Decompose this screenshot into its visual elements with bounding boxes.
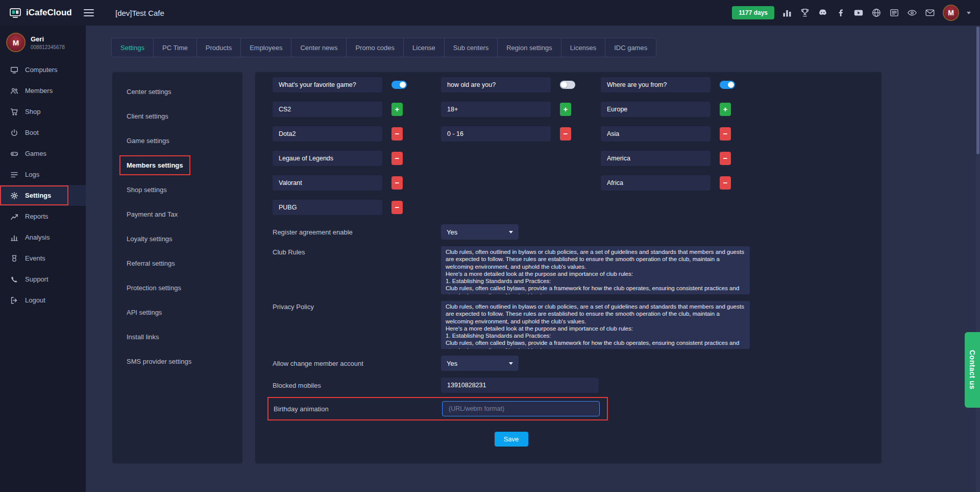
remove-option-button[interactable]: −: [391, 152, 403, 165]
tab-licenses[interactable]: Licenses: [561, 38, 605, 57]
menu-item-install-links[interactable]: Install links: [112, 324, 242, 349]
sidebar-item-reports[interactable]: Reports: [0, 206, 86, 227]
sidebar-item-shop[interactable]: Shop: [0, 101, 86, 122]
question-input[interactable]: [441, 77, 551, 92]
field-label: Allow change member account: [273, 360, 441, 367]
menu-item-shop-settings[interactable]: Shop settings: [112, 177, 242, 202]
mail-icon[interactable]: [925, 8, 935, 18]
option-input[interactable]: [273, 102, 382, 117]
tab-settings[interactable]: Settings: [111, 38, 154, 57]
menu-item-center-settings[interactable]: Center settings: [112, 79, 242, 104]
save-wrap: Save: [273, 432, 750, 447]
option-input[interactable]: [601, 175, 710, 191]
chevron-down-icon[interactable]: [967, 12, 971, 14]
sidebar-item-members[interactable]: Members: [0, 80, 86, 101]
tab-license[interactable]: License: [403, 38, 445, 57]
question-input[interactable]: [273, 77, 382, 92]
user-avatar[interactable]: M: [943, 5, 959, 21]
option-input[interactable]: [273, 126, 382, 142]
option-input[interactable]: [601, 102, 710, 117]
option-input[interactable]: [601, 151, 710, 166]
sidebar-item-games[interactable]: Games: [0, 143, 86, 164]
blocked-mobiles-input[interactable]: [441, 378, 599, 393]
sidebar-item-support[interactable]: Support: [0, 269, 86, 290]
sidebar-item-boot[interactable]: Boot: [0, 122, 86, 143]
globe-icon[interactable]: [871, 8, 881, 18]
menu-item-game-settings[interactable]: Game settings: [112, 128, 242, 153]
question-toggle[interactable]: [720, 81, 735, 89]
club-rules-textarea[interactable]: Club rules, often outlined in bylaws or …: [441, 246, 750, 294]
menu-item-client-settings[interactable]: Client settings: [112, 104, 242, 128]
user-block[interactable]: M Geri 008812345678: [0, 26, 86, 59]
scrollbar-thumb[interactable]: [976, 27, 979, 154]
sidebar-item-computers[interactable]: Computers: [0, 59, 86, 80]
menu-item-payment-and-tax[interactable]: Payment and Tax: [112, 202, 242, 226]
menu-item-protection-settings[interactable]: Protection settings: [112, 275, 242, 300]
tab-sub-centers[interactable]: Sub centers: [444, 38, 498, 57]
remove-option-button[interactable]: −: [560, 127, 571, 140]
sidebar: M Geri 008812345678 Computers Members Sh…: [0, 26, 86, 492]
add-option-button[interactable]: +: [720, 103, 731, 116]
save-button[interactable]: Save: [495, 432, 528, 447]
remove-option-button[interactable]: −: [391, 127, 403, 140]
option-input[interactable]: [273, 151, 382, 166]
tab-center-news[interactable]: Center news: [291, 38, 347, 57]
sidebar-item-logs[interactable]: Logs: [0, 164, 86, 185]
tab-region-settings[interactable]: Region settings: [497, 38, 561, 57]
privacy-policy-textarea[interactable]: Club rules, often outlined in bylaws or …: [441, 301, 750, 349]
sidebar-item-analysis[interactable]: Analysis: [0, 227, 86, 248]
tab-promo-codes[interactable]: Promo codes: [346, 38, 404, 57]
sidebar-item-settings[interactable]: Settings: [0, 185, 86, 206]
birthday-animation-input[interactable]: [442, 401, 600, 416]
remove-option-button[interactable]: −: [720, 176, 731, 190]
questions-grid: + − − − −: [273, 77, 881, 224]
menu-item-loyalty-settings[interactable]: Loyalty settings: [112, 226, 242, 251]
sidebar-item-logout[interactable]: Logout: [0, 290, 86, 311]
youtube-icon[interactable]: [853, 8, 864, 18]
hamburger-menu-icon[interactable]: [84, 9, 94, 16]
contact-us-button[interactable]: Contact us: [965, 332, 980, 408]
allow-change-select[interactable]: Yes: [441, 356, 519, 371]
add-option-button[interactable]: +: [391, 103, 403, 116]
option-input[interactable]: [601, 126, 710, 142]
news-icon[interactable]: [889, 8, 899, 18]
logs-icon: [10, 171, 18, 179]
tab-products[interactable]: Products: [197, 38, 241, 57]
settings-menu: Center settings Client settings Game set…: [112, 72, 242, 463]
brand[interactable]: iCafeCloud: [9, 8, 77, 18]
gear-icon: [10, 192, 18, 200]
menu-item-sms-provider-settings[interactable]: SMS provider settings: [112, 349, 242, 373]
menu-item-api-settings[interactable]: API settings: [112, 300, 242, 324]
tab-pc-time[interactable]: PC Time: [153, 38, 197, 57]
tab-idc-games[interactable]: IDC games: [605, 38, 656, 57]
question-toggle[interactable]: [391, 81, 407, 89]
menu-item-referral-settings[interactable]: Referral settings: [112, 251, 242, 275]
remove-option-button[interactable]: −: [720, 127, 731, 140]
remove-option-button[interactable]: −: [391, 176, 403, 190]
option-input[interactable]: [273, 200, 382, 215]
question-input[interactable]: [601, 77, 710, 92]
discord-icon[interactable]: [818, 8, 828, 18]
remove-option-button[interactable]: −: [720, 152, 731, 165]
option-input[interactable]: [441, 102, 551, 117]
facebook-icon[interactable]: [836, 8, 846, 18]
trophy-icon[interactable]: [800, 8, 810, 18]
sidebar-item-label: Settings: [25, 192, 51, 199]
tab-employees[interactable]: Employees: [240, 38, 291, 57]
page-scrollbar[interactable]: [976, 0, 980, 492]
option-input[interactable]: [273, 175, 382, 191]
sidebar-item-label: Logs: [25, 171, 39, 178]
stats-icon[interactable]: [782, 8, 792, 18]
question-toggle[interactable]: [560, 81, 575, 89]
page-title: [dev]Test Cafe: [115, 9, 164, 17]
eye-icon[interactable]: [907, 8, 917, 18]
option-input[interactable]: [441, 126, 551, 142]
add-option-button[interactable]: +: [560, 103, 571, 116]
remove-option-button[interactable]: −: [391, 201, 403, 214]
register-agreement-select[interactable]: Yes: [441, 224, 519, 240]
field-label: Blocked mobiles: [273, 382, 441, 389]
selected-value: Yes: [447, 360, 457, 367]
menu-item-members-settings[interactable]: Members settings: [112, 153, 242, 177]
sidebar-item-events[interactable]: Events: [0, 248, 86, 269]
days-badge[interactable]: 1177 days: [732, 6, 774, 19]
